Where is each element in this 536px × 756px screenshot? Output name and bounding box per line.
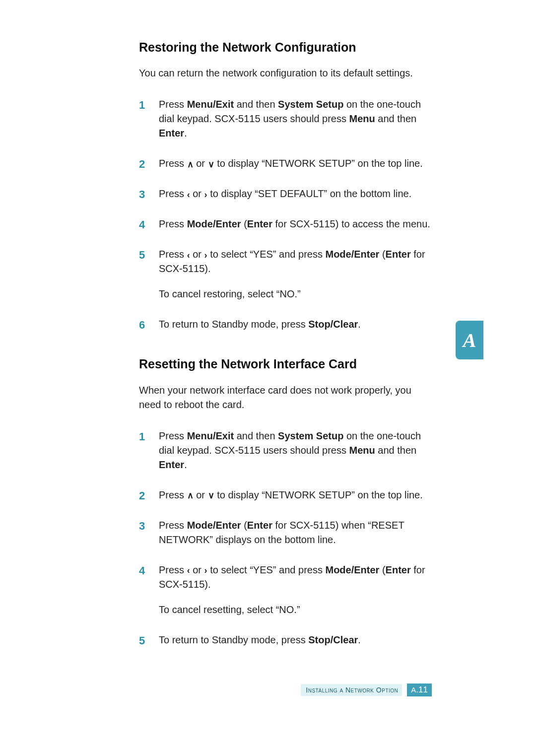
step-number: 5 — [139, 633, 145, 649]
bold-label: Enter — [159, 128, 184, 138]
section1-heading: Restoring the Network Configuration — [139, 40, 432, 55]
step-item: 5To return to Standby mode, press Stop/C… — [139, 633, 432, 647]
bold-label: Enter — [386, 564, 411, 575]
step-item: 4Press ‹ or › to select “YES” and press … — [139, 563, 432, 617]
bold-label: Enter — [247, 218, 272, 229]
step-text: Press Menu/Exit and then System Setup on… — [159, 430, 421, 470]
section1-intro: You can return the network configuration… — [139, 66, 432, 80]
step-number: 3 — [139, 518, 145, 534]
step-text: Press ‹ or › to display “SET DEFAULT” on… — [159, 188, 411, 199]
step-number: 1 — [139, 97, 145, 113]
step-text: Press Menu/Exit and then System Setup on… — [159, 99, 421, 138]
left-arrow-icon: ‹ — [187, 566, 190, 575]
page-footer: Installing a Network Option A.11 — [301, 684, 432, 696]
step-text: Press ‹ or › to select “YES” and press M… — [159, 249, 425, 274]
step-text: Press ∧ or ∨ to display “NETWORK SETUP” … — [159, 489, 423, 500]
appendix-tab: A — [456, 321, 483, 359]
bold-label: Mode/Enter — [325, 564, 379, 575]
step-item: 3Press Mode/Enter (Enter for SCX-5115) w… — [139, 518, 432, 547]
step-text: To return to Standby mode, press Stop/Cl… — [159, 634, 361, 645]
step-number: 2 — [139, 156, 145, 172]
step-number: 2 — [139, 488, 145, 504]
left-arrow-icon: ‹ — [187, 190, 190, 199]
step-item: 6To return to Standby mode, press Stop/C… — [139, 317, 432, 332]
step-number: 6 — [139, 317, 145, 333]
page: Restoring the Network Configuration You … — [0, 0, 536, 756]
bold-label: Menu — [349, 113, 375, 124]
step-number: 3 — [139, 187, 145, 203]
bold-label: Mode/Enter — [187, 520, 241, 531]
bold-label: System Setup — [278, 430, 343, 441]
bold-label: Menu/Exit — [187, 99, 234, 110]
right-arrow-icon: › — [204, 251, 207, 260]
step-number: 1 — [139, 429, 145, 445]
page-number-badge: A.11 — [407, 684, 432, 696]
step-item: 5Press ‹ or › to select “YES” and press … — [139, 247, 432, 301]
section1-steps: 1Press Menu/Exit and then System Setup o… — [139, 97, 432, 332]
step-number: 4 — [139, 563, 145, 579]
bold-label: Enter — [386, 249, 411, 260]
bold-label: Mode/Enter — [187, 218, 241, 229]
step-subtext: To cancel restoring, select “NO.” — [159, 287, 432, 301]
step-item: 1Press Menu/Exit and then System Setup o… — [139, 97, 432, 140]
page-number: 11 — [418, 685, 428, 694]
bold-label: Mode/Enter — [325, 249, 379, 260]
step-number: 5 — [139, 247, 145, 263]
appendix-tab-label: A — [463, 329, 476, 352]
step-item: 1Press Menu/Exit and then System Setup o… — [139, 429, 432, 472]
bold-label: Stop/Clear — [308, 319, 358, 330]
bold-label: Stop/Clear — [308, 634, 358, 645]
step-item: 3Press ‹ or › to display “SET DEFAULT” o… — [139, 187, 432, 201]
bold-label: Enter — [159, 459, 184, 470]
step-item: 2Press ∧ or ∨ to display “NETWORK SETUP”… — [139, 156, 432, 171]
bold-label: Menu — [349, 445, 375, 456]
step-text: Press Mode/Enter (Enter for SCX-5115) wh… — [159, 520, 404, 545]
right-arrow-icon: › — [204, 566, 207, 575]
step-text: Press ∧ or ∨ to display “NETWORK SETUP” … — [159, 158, 423, 169]
right-arrow-icon: › — [204, 190, 207, 199]
up-arrow-icon: ∧ — [187, 160, 194, 169]
section2-intro: When your network interface card does no… — [139, 383, 432, 412]
left-arrow-icon: ‹ — [187, 251, 190, 260]
page-prefix: A — [411, 686, 416, 694]
down-arrow-icon: ∨ — [208, 491, 214, 500]
section2-heading: Resetting the Network Interface Card — [139, 356, 432, 372]
up-arrow-icon: ∧ — [187, 491, 194, 500]
step-item: 4Press Mode/Enter (Enter for SCX-5115) t… — [139, 217, 432, 231]
section2-steps: 1Press Menu/Exit and then System Setup o… — [139, 429, 432, 647]
step-number: 4 — [139, 217, 145, 233]
footer-title: Installing a Network Option — [301, 684, 402, 696]
bold-label: Menu/Exit — [187, 430, 234, 441]
step-text: Press ‹ or › to select “YES” and press M… — [159, 564, 425, 590]
bold-label: System Setup — [278, 99, 343, 110]
step-subtext: To cancel resetting, select “NO.” — [159, 603, 432, 617]
step-item: 2Press ∧ or ∨ to display “NETWORK SETUP”… — [139, 488, 432, 502]
step-text: To return to Standby mode, press Stop/Cl… — [159, 319, 361, 330]
down-arrow-icon: ∨ — [208, 160, 214, 169]
bold-label: Enter — [247, 520, 272, 531]
step-text: Press Mode/Enter (Enter for SCX-5115) to… — [159, 218, 430, 229]
